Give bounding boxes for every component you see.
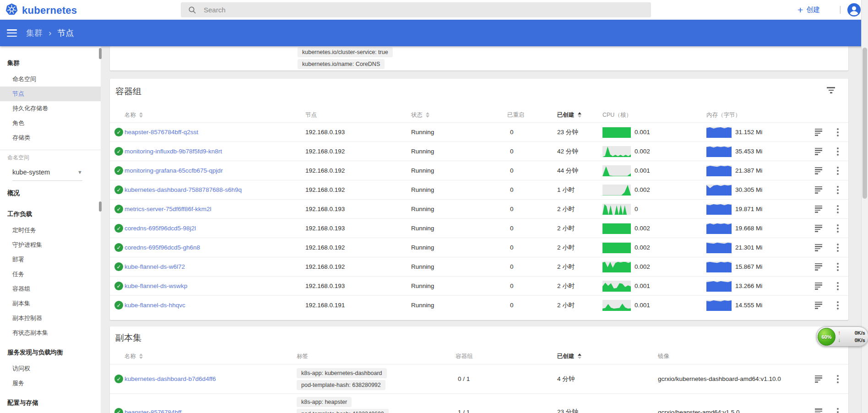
sidebar-item-配置与存储[interactable]: 配置与存储 bbox=[0, 394, 101, 412]
sidebar-item-角色[interactable]: 角色 bbox=[0, 116, 101, 130]
logs-icon[interactable] bbox=[815, 129, 822, 136]
row-menu-icon[interactable] bbox=[835, 406, 841, 413]
sidebar-item-部署[interactable]: 部署 bbox=[0, 252, 101, 267]
search-input[interactable] bbox=[203, 5, 617, 14]
sidebar-scrollbar-thumb[interactable] bbox=[99, 201, 102, 212]
replicaset-name-link[interactable]: heapster-8576784bff bbox=[125, 409, 181, 413]
sidebar-item-定时任务[interactable]: 定时任务 bbox=[0, 223, 101, 238]
logs-icon[interactable] bbox=[815, 244, 822, 251]
row-menu-icon[interactable] bbox=[835, 184, 841, 196]
column-header-restarts[interactable]: 已重启 bbox=[507, 108, 525, 122]
pod-name-link[interactable]: monitoring-influxdb-9b78f5fd9-kn8rt bbox=[125, 148, 222, 155]
sidebar-scrollbar-thumb[interactable] bbox=[99, 48, 102, 59]
column-header-memory[interactable]: 内存（字节） bbox=[706, 108, 741, 122]
sidebar-item-命名空间[interactable]: 命名空间 bbox=[0, 72, 101, 87]
column-header-cpu[interactable]: CPU（核） bbox=[602, 108, 632, 122]
column-header-status[interactable]: 状态 bbox=[411, 108, 429, 122]
status-ok-icon: ✓ bbox=[114, 375, 123, 383]
pod-restarts: 0 bbox=[510, 180, 514, 199]
sidebar-item-副本集[interactable]: 副本集 bbox=[0, 296, 101, 311]
create-button[interactable]: + 创建 bbox=[797, 0, 820, 20]
sidebar-item-持久化存储卷[interactable]: 持久化存储卷 bbox=[0, 101, 101, 116]
row-menu-icon[interactable] bbox=[835, 299, 841, 311]
sidebar-item-容器组[interactable]: 容器组 bbox=[0, 282, 101, 296]
logs-icon[interactable] bbox=[815, 186, 822, 194]
rs-image: gcrxio/heapster-amd64:v1.5.0 bbox=[658, 394, 740, 413]
rs-pods: 1 / 1 bbox=[458, 394, 470, 413]
sidebar-item-守护进程集[interactable]: 守护进程集 bbox=[0, 238, 101, 252]
row-menu-icon[interactable] bbox=[835, 280, 841, 292]
sidebar-item-服务发现与负载均衡[interactable]: 服务发现与负载均衡 bbox=[0, 344, 101, 361]
column-header-created[interactable]: 已创建 bbox=[557, 349, 581, 364]
memory-sparkline bbox=[706, 277, 732, 295]
row-menu-icon[interactable] bbox=[835, 223, 841, 234]
sidebar-item-节点[interactable]: 节点 bbox=[0, 87, 101, 101]
pod-name-link[interactable]: coredns-695f96dcd5-98j2l bbox=[125, 225, 196, 232]
row-menu-icon[interactable] bbox=[835, 261, 841, 273]
pod-name-link[interactable]: kube-flannel-ds-wswkp bbox=[125, 283, 187, 289]
filter-icon[interactable] bbox=[827, 87, 835, 93]
logs-icon[interactable] bbox=[815, 263, 822, 271]
row-menu-icon[interactable] bbox=[835, 165, 841, 177]
replicaset-name-link[interactable]: kubernetes-dashboard-b7d6d4ff6 bbox=[125, 375, 216, 382]
logs-icon[interactable] bbox=[815, 225, 822, 232]
pod-name-link[interactable]: metrics-server-75df6ff86f-kkm2l bbox=[125, 206, 212, 212]
menu-cell bbox=[835, 296, 841, 315]
labels-card: kubernetes.io/cluster-service: truekuber… bbox=[110, 46, 848, 71]
table-row: ✓heapster-8576784bffk8s-app: heapsterpod… bbox=[110, 393, 848, 413]
page-scrollbar-thumb[interactable] bbox=[863, 48, 867, 199]
sidebar-item-工作负载[interactable]: 工作负载 bbox=[0, 206, 101, 223]
column-header-images[interactable]: 镜像 bbox=[658, 349, 669, 364]
pod-status-cell: ✓ bbox=[114, 142, 123, 161]
pod-name-link[interactable]: kube-flannel-ds-w6l72 bbox=[125, 263, 185, 270]
pod-name-cell: kubernetes-dashboard-7588787688-s6h9q bbox=[125, 180, 242, 199]
logs-icon[interactable] bbox=[815, 375, 822, 383]
logs-icon[interactable] bbox=[815, 302, 822, 309]
rs-status-cell: ✓ bbox=[114, 394, 123, 413]
row-menu-icon[interactable] bbox=[835, 126, 841, 138]
sidebar-item-集群[interactable]: 集群 bbox=[0, 54, 101, 72]
search-bar[interactable] bbox=[181, 2, 651, 17]
menu-cell bbox=[835, 200, 841, 218]
pod-name-link[interactable]: coredns-695f96dcd5-gh6n8 bbox=[125, 244, 200, 251]
sidebar-item-有状态副本集[interactable]: 有状态副本集 bbox=[0, 326, 101, 340]
breadcrumb-section[interactable]: 集群 bbox=[26, 27, 43, 38]
namespace-select[interactable]: kube-system▼ bbox=[12, 164, 82, 181]
menu-hamburger-icon[interactable] bbox=[7, 29, 17, 37]
pod-name-link[interactable]: monitoring-grafana-65ccfb675-qpjdr bbox=[125, 167, 223, 174]
rs-name-cell: kubernetes-dashboard-b7d6d4ff6 bbox=[125, 364, 216, 393]
logs-icon[interactable] bbox=[815, 167, 822, 174]
sidebar-item-任务[interactable]: 任务 bbox=[0, 267, 101, 282]
menu-cell bbox=[835, 238, 841, 257]
sidebar-item-存储类[interactable]: 存储类 bbox=[0, 130, 101, 145]
pod-status-cell: ✓ bbox=[114, 219, 123, 238]
pod-name-link[interactable]: heapster-8576784bff-q2sst bbox=[125, 129, 198, 136]
cpu-sparkline bbox=[602, 200, 631, 218]
kubernetes-logo[interactable]: kubernetes bbox=[5, 3, 77, 17]
pod-name-link[interactable]: kubernetes-dashboard-7588787688-s6h9q bbox=[125, 186, 242, 193]
logs-icon[interactable] bbox=[815, 283, 822, 290]
sidebar-item-副本控制器[interactable]: 副本控制器 bbox=[0, 311, 101, 326]
user-avatar-icon[interactable] bbox=[847, 3, 861, 16]
row-menu-icon[interactable] bbox=[835, 242, 841, 254]
logs-icon[interactable] bbox=[815, 148, 822, 155]
column-header-created[interactable]: 已创建 bbox=[557, 108, 581, 122]
page-scrollbar[interactable] bbox=[861, 0, 868, 413]
sidebar-item-服务[interactable]: 服务 bbox=[0, 376, 101, 391]
row-menu-icon[interactable] bbox=[835, 146, 841, 158]
sidebar-item-概况[interactable]: 概况 bbox=[0, 185, 101, 202]
logs-icon[interactable] bbox=[815, 206, 822, 213]
column-header-pods[interactable]: 容器组 bbox=[456, 349, 473, 364]
table-row: ✓coredns-695f96dcd5-98j2l192.168.0.193Ru… bbox=[110, 218, 848, 238]
column-header-name[interactable]: 名称 bbox=[125, 108, 143, 122]
row-menu-icon[interactable] bbox=[835, 373, 841, 385]
pod-name-link[interactable]: kube-flannel-ds-hhqvc bbox=[125, 302, 185, 309]
network-speed-widget[interactable]: 60% ↑ 0K/s ↓ 0K/s bbox=[816, 326, 868, 347]
column-header-labels[interactable]: 标签 bbox=[297, 349, 308, 364]
sidebar-item-访问权[interactable]: 访问权 bbox=[0, 361, 101, 376]
pod-status: Running bbox=[411, 200, 434, 218]
row-menu-icon[interactable] bbox=[835, 203, 841, 215]
column-header-name[interactable]: 名称 bbox=[125, 349, 143, 364]
column-header-node[interactable]: 节点 bbox=[305, 108, 317, 122]
logs-icon[interactable] bbox=[815, 408, 822, 413]
